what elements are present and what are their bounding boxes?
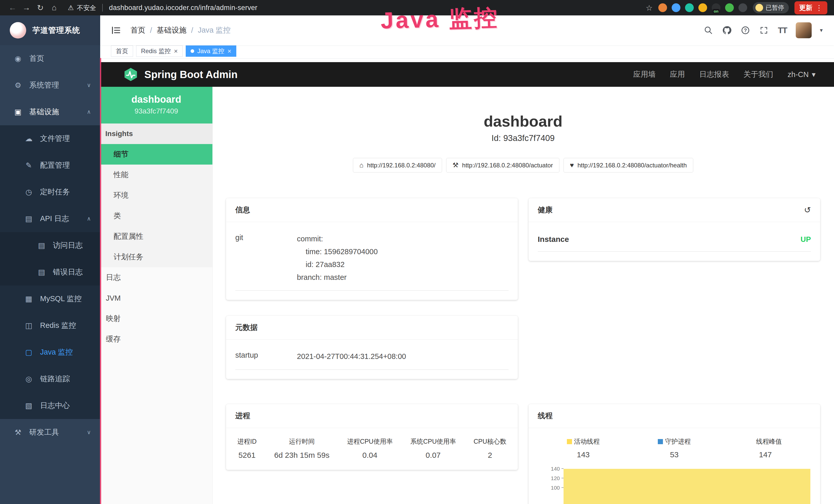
active-tab-dot bbox=[191, 49, 194, 53]
sidebar-menu-item[interactable]: ▤ 错误日志 bbox=[0, 259, 100, 285]
extension-icon[interactable] bbox=[739, 3, 747, 12]
threads-chart-yaxis: 140 120 100 bbox=[538, 468, 564, 504]
sba-sidebar-item[interactable]: 映射 bbox=[100, 308, 213, 329]
sba-sidebar-item[interactable]: 日志 bbox=[100, 267, 213, 288]
extension-icon[interactable] bbox=[658, 3, 667, 12]
sba-sidebar-item[interactable]: 缓存 bbox=[100, 329, 213, 349]
caret-down-icon[interactable]: ▾ bbox=[820, 27, 823, 33]
sba-sidebar-item[interactable]: 类 bbox=[100, 206, 213, 226]
browser-toolbar: ← → ↻ ⌂ ⚠ 不安全 dashboard.yudao.iocoder.cn… bbox=[0, 0, 834, 16]
reload-icon[interactable]: ↻ bbox=[35, 2, 46, 14]
extension-icon[interactable] bbox=[685, 3, 694, 12]
sidebar-menu-item[interactable]: ▤ 访问日志 bbox=[0, 232, 100, 259]
breadcrumb-home[interactable]: 首页 bbox=[130, 25, 146, 36]
sba-nav-item[interactable]: 应用墙 bbox=[633, 69, 656, 79]
extension-icons: on bbox=[658, 3, 747, 12]
search-icon[interactable] bbox=[703, 26, 714, 35]
app-logo-row[interactable]: 芋道管理系统 bbox=[0, 16, 100, 45]
sidebar-menu-item[interactable]: ◷ 定时任务 bbox=[0, 179, 100, 205]
hamburger-icon[interactable] bbox=[104, 16, 128, 45]
wrench-icon: ⚒ bbox=[453, 161, 459, 169]
help-icon[interactable]: ? bbox=[740, 26, 750, 35]
sidebar-menu-item[interactable]: ◉ 首页 bbox=[0, 45, 100, 72]
back-icon[interactable]: ← bbox=[7, 2, 19, 14]
chevron-down-icon: ∨ bbox=[87, 429, 91, 436]
chevron-up-icon: ∧ bbox=[87, 215, 91, 222]
sidebar-menu-item[interactable]: ◫ Redis 监控 bbox=[0, 312, 100, 339]
security-label: 不安全 bbox=[77, 4, 96, 12]
sba-sidebar-item[interactable]: 性能 bbox=[100, 165, 213, 185]
home-icon: ⌂ bbox=[359, 161, 364, 169]
sba-nav-items: 应用墙 应用 日志报表 关于我们 bbox=[633, 69, 773, 79]
extension-icon[interactable]: on bbox=[712, 3, 721, 12]
sidebar-menu-item[interactable]: ⚒ 研发工具 ∨ bbox=[0, 419, 100, 446]
sidebar-menu-item[interactable]: ⚙ 系统管理 ∨ bbox=[0, 72, 100, 98]
paused-badge[interactable]: 已暂停 bbox=[753, 2, 789, 13]
text-size-icon[interactable]: TT bbox=[777, 26, 788, 35]
extension-icon[interactable] bbox=[725, 3, 734, 12]
sba-sidebar-item[interactable]: 计划任务 bbox=[100, 247, 213, 267]
kebab-menu-icon[interactable]: ⋮ bbox=[815, 4, 823, 12]
page-tab[interactable]: Java 监控 × bbox=[186, 45, 236, 57]
sba-sidebar-item[interactable]: JVM bbox=[100, 288, 213, 308]
doc-icon: ▤ bbox=[35, 268, 48, 276]
user-avatar[interactable] bbox=[796, 22, 812, 38]
info-value: commit: time: 1596289704000 id: 27aa832 … bbox=[297, 232, 378, 284]
forward-icon[interactable]: → bbox=[21, 2, 32, 14]
metadata-row: startup 2021-04-27T00:44:31.254+08:00 bbox=[235, 345, 509, 370]
breadcrumb-current: Java 监控 bbox=[198, 25, 231, 36]
sba-sidebar: dashboard 93a3fc7f7409 Insights 细节 性能 bbox=[100, 87, 213, 504]
fullscreen-icon[interactable] bbox=[759, 26, 769, 35]
instance-link-button[interactable]: ♥ http://192.168.0.2:48080/actuator/heal… bbox=[564, 158, 693, 173]
paused-badge-label: 已暂停 bbox=[766, 4, 784, 12]
bookmark-star-icon[interactable]: ☆ bbox=[646, 3, 653, 12]
sidebar-menu-item[interactable]: ▧ 日志中心 bbox=[0, 392, 100, 419]
sba-sidebar-item[interactable]: 配置属性 bbox=[100, 226, 213, 247]
app-title: 芋道管理系统 bbox=[32, 25, 80, 36]
site-security-chip[interactable]: ⚠ 不安全 bbox=[68, 4, 96, 12]
sidebar-menu-item[interactable]: ✎ 配置管理 bbox=[0, 152, 100, 179]
sidebar-menu-item[interactable]: ☁ 文件管理 bbox=[0, 125, 100, 152]
process-column: 运行时间 6d 23h 15m 59s bbox=[274, 437, 329, 460]
info-card-title: 信息 bbox=[235, 205, 250, 215]
metadata-card: 元数据 startup 2021-04-27T00:44:31.254+08:0… bbox=[226, 316, 518, 379]
sidebar-menu-item[interactable]: ▦ MySQL 监控 bbox=[0, 285, 100, 312]
page-tab[interactable]: Redis 监控 × bbox=[136, 45, 183, 57]
sba-brand-title[interactable]: Spring Boot Admin bbox=[144, 69, 238, 81]
extension-icon[interactable] bbox=[698, 3, 707, 12]
github-icon[interactable] bbox=[722, 25, 732, 35]
process-column: 进程ID 5261 bbox=[237, 437, 257, 460]
extension-icon[interactable] bbox=[672, 3, 680, 12]
page-tab[interactable]: 首页 bbox=[111, 45, 133, 57]
app-header: 首页 / 基础设施 / Java 监控 ? TT bbox=[100, 16, 834, 45]
mysql-icon: ▦ bbox=[22, 295, 36, 303]
sba-nav-item[interactable]: 应用 bbox=[670, 69, 685, 79]
history-icon[interactable]: ↺ bbox=[804, 205, 811, 215]
sba-nav-item[interactable]: 日志报表 bbox=[699, 69, 729, 79]
sidebar-menu-item[interactable]: ▣ 基础设施 ∧ bbox=[0, 98, 100, 125]
update-button[interactable]: 更新 ⋮ bbox=[794, 1, 827, 15]
health-instance-row[interactable]: Instance UP bbox=[538, 228, 811, 252]
breadcrumb-separator: / bbox=[191, 26, 193, 35]
sba-sidebar-item[interactable]: 环境 bbox=[100, 185, 213, 206]
sba-sidebar-item[interactable]: 细节 bbox=[100, 144, 213, 165]
update-button-label: 更新 bbox=[799, 3, 812, 12]
instance-link-button[interactable]: ⚒ http://192.168.0.2:48080/actuator bbox=[446, 158, 559, 173]
y-axis-tick: 100 bbox=[538, 485, 564, 494]
sba-nav-item[interactable]: 关于我们 bbox=[743, 69, 773, 79]
timer-icon: ◷ bbox=[22, 188, 36, 197]
infra-icon: ▣ bbox=[11, 108, 25, 116]
sidebar-menu-item[interactable]: ◎ 链路追踪 bbox=[0, 366, 100, 392]
tab-close-icon[interactable]: × bbox=[227, 48, 232, 54]
tab-close-icon[interactable]: × bbox=[174, 48, 178, 54]
sidebar-menu-item[interactable]: ▤ API 日志 ∧ bbox=[0, 205, 100, 232]
gear-icon: ⚙ bbox=[11, 81, 25, 90]
instance-link-button[interactable]: ⌂ http://192.168.0.2:48080/ bbox=[353, 158, 442, 173]
home-icon[interactable]: ⌂ bbox=[48, 2, 60, 14]
sidebar-menu-item[interactable]: ▢ Java 监控 bbox=[0, 339, 100, 366]
address-bar-url[interactable]: dashboard.yudao.iocoder.cn/infra/admin-s… bbox=[109, 4, 257, 12]
sba-instance-header[interactable]: dashboard 93a3fc7f7409 bbox=[100, 87, 213, 123]
sba-language-select[interactable]: zh-CN ▾ bbox=[788, 70, 815, 79]
breadcrumb-infra[interactable]: 基础设施 bbox=[157, 25, 186, 36]
metadata-card-title: 元数据 bbox=[235, 322, 258, 333]
